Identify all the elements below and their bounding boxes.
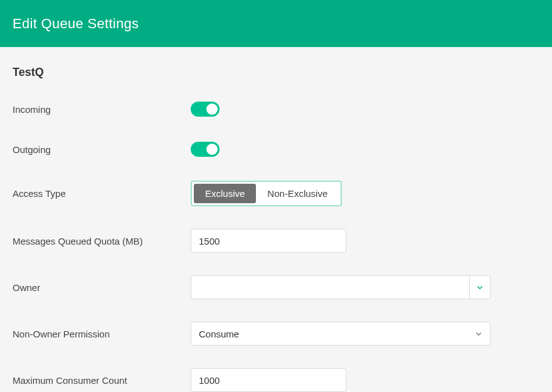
access-type-exclusive[interactable]: Exclusive [194,184,256,203]
label-access-type: Access Type [13,188,191,199]
label-owner: Owner [13,282,191,293]
select-non-owner-permission[interactable]: Consume [191,322,491,346]
chevron-down-icon [476,283,484,291]
toggle-outgoing[interactable] [191,142,220,157]
toggle-knob [206,103,218,115]
label-max-consumer: Maximum Consumer Count [13,375,191,386]
input-owner[interactable] [191,275,469,299]
row-incoming: Incoming [13,100,539,118]
segmented-access-type: Exclusive Non-Exclusive [191,181,342,206]
label-outgoing: Outgoing [13,144,191,155]
page-title: Edit Queue Settings [13,16,139,32]
label-quota: Messages Queued Quota (MB) [13,236,191,246]
input-quota[interactable] [191,229,346,253]
page-header: Edit Queue Settings [0,0,552,47]
row-non-owner-permission: Non-Owner Permission Consume [13,322,539,346]
form-content: TestQ Incoming Outgoing Access Type Excl… [0,47,552,392]
row-quota: Messages Queued Quota (MB) [13,229,539,253]
queue-name: TestQ [13,66,539,79]
owner-dropdown-button[interactable] [469,275,491,299]
label-incoming: Incoming [13,104,191,115]
access-type-non-exclusive[interactable]: Non-Exclusive [256,184,339,203]
row-owner: Owner [13,275,539,299]
input-max-consumer[interactable] [191,368,346,392]
select-value: Consume [199,329,239,339]
label-non-owner-permission: Non-Owner Permission [13,329,191,339]
toggle-knob [206,144,218,155]
row-outgoing: Outgoing [13,140,539,158]
row-access-type: Access Type Exclusive Non-Exclusive [13,181,539,206]
row-max-consumer: Maximum Consumer Count [13,368,539,392]
chevron-down-icon [475,330,482,337]
toggle-incoming[interactable] [191,102,220,117]
combo-owner [191,275,491,299]
